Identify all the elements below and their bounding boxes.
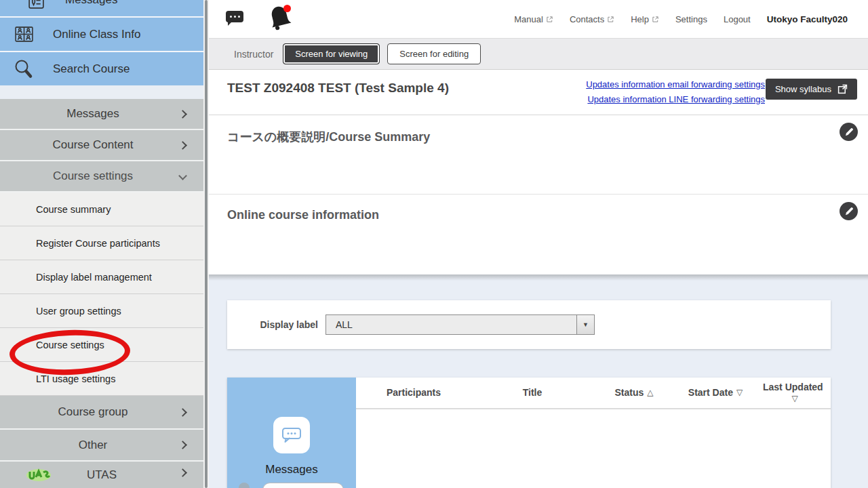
sidebar-subitem-label: Course summary <box>36 204 111 215</box>
screen-for-editing-button[interactable]: Screen for editing <box>387 43 481 64</box>
course-title: TEST Z092408 TEST (Test Sample 4) <box>227 81 449 96</box>
sidebar-subitem-label: LTI usage settings <box>36 373 115 384</box>
table-header-row: Participants Title Status △ Start Date ▽ <box>356 378 831 409</box>
column-label: Title <box>523 387 542 399</box>
course-header: TEST Z092408 TEST (Test Sample 4) Update… <box>209 70 868 115</box>
sidebar-group-label: Course settings <box>53 169 133 183</box>
sort-desc-icon[interactable]: ▽ <box>763 393 827 405</box>
line-forwarding-settings-link[interactable]: Updates information LINE forwarding sett… <box>586 92 765 107</box>
email-forwarding-settings-link[interactable]: Updates information email forwarding set… <box>586 77 765 92</box>
settings-link[interactable]: Settings <box>675 14 707 24</box>
contacts-link[interactable]: Contacts <box>570 14 614 24</box>
view-mode-toolbar: Instructor Screen for viewing Screen for… <box>209 39 868 70</box>
logout-link[interactable]: Logout <box>724 14 751 24</box>
forwarding-links: Updates information email forwarding set… <box>586 77 765 107</box>
role-label: Instructor <box>234 49 273 60</box>
sidebar-subitem-label: User group settings <box>36 306 121 317</box>
sort-asc-icon[interactable]: △ <box>647 387 653 399</box>
display-label-select[interactable]: ALL ▼ <box>326 314 595 335</box>
link-label: Settings <box>675 14 707 24</box>
sidebar-group-messages[interactable]: Messages <box>0 99 203 130</box>
sidebar-item-course-settings[interactable]: Course settings <box>0 328 203 362</box>
online-course-info-section: Online course information <box>209 195 868 274</box>
sidebar-item-label: Messages <box>65 0 117 7</box>
column-header-start-date[interactable]: Start Date ▽ <box>675 378 756 408</box>
sidebar-item-search-course[interactable]: Search Course <box>0 52 203 85</box>
tile-button-partial[interactable] <box>262 483 344 488</box>
display-label-label: Display label <box>227 319 318 330</box>
content-list-block: Messages Participants Title Status <box>227 378 831 488</box>
messages-icon[interactable] <box>226 11 244 27</box>
notifications-bell-icon[interactable] <box>269 5 293 33</box>
column-header-last-updated[interactable]: Last Updated ▽ <box>756 378 831 408</box>
memo-icon <box>24 0 47 9</box>
notification-badge <box>283 5 291 12</box>
scrollbar-thumb[interactable] <box>205 0 208 488</box>
sidebar-group-course-group[interactable]: Course group <box>0 396 203 430</box>
column-label: Status <box>614 387 644 399</box>
sidebar-group-label: Course group <box>58 405 127 419</box>
sidebar-item-user-group-settings[interactable]: User group settings <box>0 294 203 328</box>
chevron-right-icon <box>178 408 187 417</box>
pencil-icon <box>844 127 854 137</box>
sidebar-scrollbar[interactable] <box>203 0 209 488</box>
column-header-status[interactable]: Status △ <box>593 378 675 408</box>
pencil-icon <box>844 207 854 216</box>
column-header-title[interactable]: Title <box>471 378 593 408</box>
sidebar-item-register-participants[interactable]: Register Course participants <box>0 226 203 260</box>
sidebar-spacer <box>0 85 203 99</box>
sidebar-group-label: Other <box>79 439 108 452</box>
link-label: Logout <box>724 14 751 24</box>
messages-category-tile[interactable]: Messages <box>227 378 356 488</box>
selected-value: ALL <box>326 315 576 334</box>
sidebar-item-label: Online Class Info <box>53 28 140 41</box>
course-summary-heading: コースの概要説明/Course Summary <box>227 129 430 145</box>
link-label: Help <box>631 14 649 24</box>
logged-in-user: Utokyo Faculty020 <box>767 14 848 24</box>
sidebar-item-label: Search Course <box>53 62 130 76</box>
course-contents-area: Display label ALL ▼ Messages <box>209 274 868 488</box>
column-header-participants[interactable]: Participants <box>356 378 471 408</box>
sidebar-item-messages-top[interactable]: Messages <box>0 0 203 16</box>
sidebar-group-course-content[interactable]: Course Content <box>0 130 203 161</box>
tile-label: Messages <box>227 463 356 476</box>
sidebar-group-label: Messages <box>66 107 119 121</box>
chevron-down-icon <box>178 171 187 180</box>
link-label: Manual <box>514 14 543 24</box>
sort-desc-icon[interactable]: ▽ <box>736 387 743 399</box>
main-content: Manual Contacts Help Settings Logout U <box>209 0 868 488</box>
external-link-icon <box>546 16 553 23</box>
sidebar-group-course-settings[interactable]: Course settings <box>0 161 203 192</box>
online-course-info-heading: Online course information <box>227 208 379 222</box>
lms-page: Messages Online Class Info <box>0 0 868 488</box>
class-grid-icon <box>12 26 35 43</box>
screen-for-viewing-button[interactable]: Screen for viewing <box>283 43 380 64</box>
utas-logo <box>26 466 52 485</box>
sidebar-item-lti-usage-settings[interactable]: LTI usage settings <box>0 362 203 396</box>
dropdown-arrow-icon[interactable]: ▼ <box>576 315 594 334</box>
speech-bubble-icon <box>273 417 310 453</box>
sidebar-item-course-summary[interactable]: Course summary <box>0 192 203 226</box>
column-label: Last Updated <box>763 382 823 393</box>
column-label: Participants <box>387 387 441 399</box>
help-link[interactable]: Help <box>631 14 659 24</box>
sidebar-item-online-class-info[interactable]: Online Class Info <box>0 18 203 51</box>
chevron-right-icon <box>178 110 187 119</box>
external-link-icon <box>652 16 659 23</box>
sidebar-group-other[interactable]: Other <box>0 430 203 462</box>
sidebar-group-label: Course Content <box>52 138 133 152</box>
top-bar: Manual Contacts Help Settings Logout U <box>209 0 868 39</box>
link-label: Contacts <box>570 14 604 24</box>
show-syllabus-button[interactable]: Show syllabus <box>766 79 857 100</box>
sidebar: Messages Online Class Info <box>0 0 203 488</box>
column-label: Start Date <box>688 387 733 399</box>
sidebar-item-display-label-management[interactable]: Display label management <box>0 260 203 294</box>
manual-link[interactable]: Manual <box>514 14 553 24</box>
sidebar-group-utas[interactable]: UTAS <box>0 462 203 488</box>
chevron-right-icon <box>178 441 187 449</box>
course-summary-section: コースの概要説明/Course Summary <box>209 115 868 195</box>
edit-online-course-info-button[interactable] <box>840 202 858 220</box>
messages-table: Participants Title Status △ Start Date ▽ <box>356 378 831 488</box>
header-links: Manual Contacts Help Settings Logout U <box>514 0 848 39</box>
edit-course-summary-button[interactable] <box>840 123 858 141</box>
